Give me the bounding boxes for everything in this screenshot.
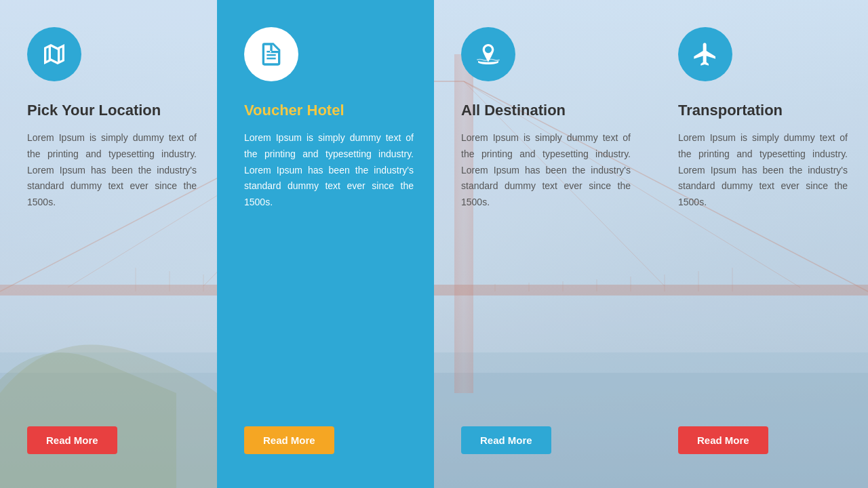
card-3-title: All Destination: [461, 102, 631, 119]
card-4-read-more-button[interactable]: Read More: [678, 426, 768, 454]
card-2-title: Voucher Hotel: [244, 102, 414, 119]
card-voucher-hotel: Voucher Hotel Lorem Ipsum is simply dumm…: [217, 0, 434, 488]
card-3-body: Lorem Ipsum is simply dummy text of the …: [461, 130, 631, 406]
map-icon: [41, 41, 68, 68]
card-transportation: Transportation Lorem Ipsum is simply dum…: [651, 0, 868, 488]
card-2-body: Lorem Ipsum is simply dummy text of the …: [244, 130, 414, 406]
card-all-destination: All Destination Lorem Ipsum is simply du…: [434, 0, 651, 488]
location-icon-circle: [27, 27, 81, 81]
card-1-body: Lorem Ipsum is simply dummy text of the …: [27, 130, 197, 406]
cards-container: Pick Your Location Lorem Ipsum is simply…: [0, 0, 868, 488]
card-1-read-more-button[interactable]: Read More: [27, 426, 117, 454]
destination-icon-circle: [461, 27, 515, 81]
card-4-title: Transportation: [678, 102, 848, 119]
card-4-body: Lorem Ipsum is simply dummy text of the …: [678, 130, 848, 406]
document-icon: [258, 41, 285, 68]
island-icon: [475, 41, 502, 68]
transportation-icon-circle: [678, 27, 732, 81]
card-2-read-more-button[interactable]: Read More: [244, 426, 334, 454]
card-1-title: Pick Your Location: [27, 102, 197, 119]
plane-icon: [692, 41, 719, 68]
voucher-icon-circle: [244, 27, 298, 81]
card-pick-location: Pick Your Location Lorem Ipsum is simply…: [0, 0, 217, 488]
card-3-read-more-button[interactable]: Read More: [461, 426, 551, 454]
